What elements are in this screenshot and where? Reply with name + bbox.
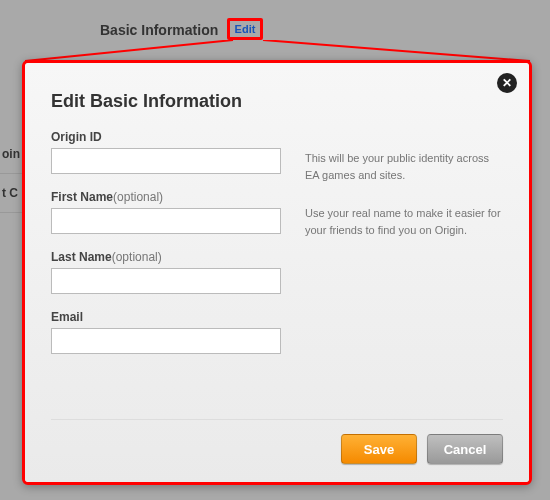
edit-link-highlight[interactable]: Edit xyxy=(227,18,263,40)
label-origin-id: Origin ID xyxy=(51,130,281,144)
edit-basic-info-dialog: ✕ Edit Basic Information Origin ID First… xyxy=(22,60,532,485)
input-email[interactable] xyxy=(51,328,281,354)
field-origin-id: Origin ID xyxy=(51,130,281,174)
svg-line-1 xyxy=(263,40,530,61)
dialog-title: Edit Basic Information xyxy=(51,91,503,112)
field-email: Email xyxy=(51,310,281,354)
field-last-name: Last Name(optional) xyxy=(51,250,281,294)
save-button[interactable]: Save xyxy=(341,434,417,464)
input-first-name[interactable] xyxy=(51,208,281,234)
help-text-identity: This will be your public identity across… xyxy=(305,150,503,183)
input-origin-id[interactable] xyxy=(51,148,281,174)
dialog-footer: Save Cancel xyxy=(51,419,503,464)
input-last-name[interactable] xyxy=(51,268,281,294)
label-email: Email xyxy=(51,310,281,324)
field-first-name: First Name(optional) xyxy=(51,190,281,234)
svg-line-0 xyxy=(25,40,233,61)
label-last-name: Last Name(optional) xyxy=(51,250,281,264)
help-text-realname: Use your real name to make it easier for… xyxy=(305,205,503,238)
close-icon[interactable]: ✕ xyxy=(497,73,517,93)
callout-connector xyxy=(25,40,530,62)
label-first-name: First Name(optional) xyxy=(51,190,281,204)
cancel-button[interactable]: Cancel xyxy=(427,434,503,464)
page-section-heading: Basic Information xyxy=(100,22,218,38)
